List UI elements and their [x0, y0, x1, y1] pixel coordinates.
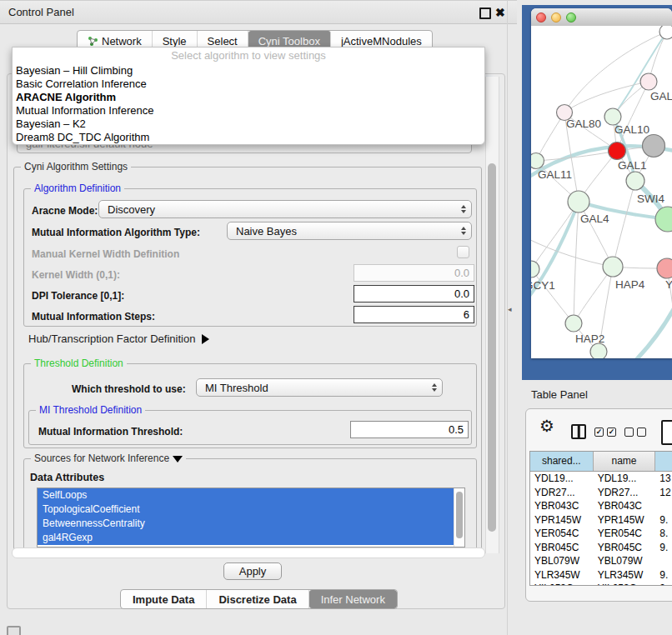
- window-zoom-button[interactable]: [566, 12, 576, 22]
- table-row[interactable]: YER054CYER054C8.: [530, 527, 672, 541]
- table-cell: YDR27...: [594, 486, 656, 500]
- table-cell: YIL053C: [530, 582, 594, 586]
- kernel-width-label: Kernel Width (0,1):: [32, 269, 120, 281]
- table-row[interactable]: YLR345WYLR345W9.: [530, 568, 672, 582]
- network-canvas[interactable]: GAL7GAL80GAL10GAL1GAL11SWI4GAL4GCY1HAP4Y…: [531, 26, 672, 358]
- network-node-gal11[interactable]: [531, 153, 544, 169]
- node-table: shared...name YDL19...YDL19...13YDR27...…: [529, 451, 672, 586]
- algorithm-option[interactable]: ARACNE Algorithm: [16, 91, 481, 104]
- network-node-gcy1[interactable]: [531, 261, 539, 278]
- table-row[interactable]: YPR145WYPR145W9.: [530, 513, 672, 528]
- sources-group-title[interactable]: Sources for Network Inference: [31, 452, 186, 464]
- stepper-arrows-icon: [461, 222, 466, 239]
- list-scrollbar-thumb[interactable]: [456, 492, 463, 538]
- algorithm-option[interactable]: Dream8 DC_TDC Algorithm: [16, 131, 481, 144]
- network-node[interactable]: [659, 26, 672, 39]
- data-attribute-item[interactable]: gal4RGexp: [38, 531, 464, 545]
- checkbox-checked-icon[interactable]: ✓: [594, 428, 604, 437]
- kernel-width-input[interactable]: 0.0: [354, 264, 474, 282]
- column-header[interactable]: [655, 452, 672, 471]
- list-scrollbar[interactable]: [454, 488, 464, 547]
- network-node-gal4[interactable]: [568, 191, 589, 212]
- network-node[interactable]: [643, 135, 665, 158]
- checkbox-unchecked-icon[interactable]: [624, 428, 634, 437]
- network-graph[interactable]: GAL7GAL80GAL10GAL1GAL11SWI4GAL4GCY1HAP4Y…: [531, 26, 672, 358]
- panel-splitter[interactable]: ◂: [507, 0, 523, 635]
- tab-impute-data[interactable]: Impute Data: [121, 590, 207, 608]
- network-node-hap2[interactable]: [565, 315, 582, 332]
- network-node[interactable]: [655, 207, 672, 232]
- table-row[interactable]: YBR043CYBR043C: [530, 499, 672, 513]
- minimized-panel-icon[interactable]: [7, 626, 21, 635]
- settings-horizontal-scrollbar[interactable]: [12, 548, 485, 558]
- cyni-settings-title: Cyni Algorithm Settings: [21, 161, 131, 172]
- network-node[interactable]: [590, 343, 607, 358]
- network-node-gal7[interactable]: [640, 73, 657, 90]
- network-window[interactable]: GAL7GAL80GAL10GAL1GAL11SWI4GAL4GCY1HAP4Y…: [531, 8, 672, 358]
- column-header[interactable]: shared...: [530, 452, 594, 471]
- table-cell: 9: [655, 582, 672, 586]
- network-node-y[interactable]: [657, 258, 672, 278]
- tab-discretize-data[interactable]: Discretize Data: [207, 590, 308, 608]
- node-label: GAL11: [538, 168, 572, 181]
- table-row[interactable]: YDR27...YDR27...12: [530, 486, 672, 500]
- window-close-button[interactable]: [536, 12, 546, 22]
- data-attribute-item[interactable]: SelfLoops: [38, 488, 464, 502]
- window-minimize-button[interactable]: [551, 12, 561, 22]
- mi-type-value: Naive Bayes: [236, 225, 297, 238]
- close-panel-icon[interactable]: ✖: [495, 3, 505, 22]
- table-cell: [655, 499, 672, 513]
- network-node-gal10[interactable]: [604, 108, 621, 125]
- network-window-titlebar[interactable]: [531, 8, 672, 27]
- algorithm-option[interactable]: Basic Correlation Inference: [16, 78, 481, 91]
- data-attributes-list[interactable]: SelfLoopsTopologicalCoefficientBetweenne…: [37, 488, 465, 548]
- table-cell: 8.: [655, 527, 672, 541]
- table-cell: 12: [655, 486, 672, 500]
- which-threshold-select[interactable]: MI Threshold: [196, 378, 443, 397]
- algorithm-option[interactable]: Mutual Information Inference: [16, 104, 481, 118]
- node-label: GAL7: [650, 90, 672, 102]
- control-panel-titlebar: Control Panel ✖: [0, 0, 517, 24]
- columns-icon[interactable]: [571, 424, 586, 439]
- node-label: GAL80: [566, 118, 601, 130]
- table-row[interactable]: YDL19...YDL19...13: [530, 472, 672, 486]
- network-view-frame[interactable]: GAL7GAL80GAL10GAL1GAL11SWI4GAL4GCY1HAP4Y…: [522, 5, 672, 380]
- network-node-gal1[interactable]: [609, 142, 626, 160]
- algorithm-option[interactable]: Bayesian – Hill Climbing: [16, 64, 481, 78]
- table-row[interactable]: YBL079WYBL079W: [530, 554, 672, 568]
- settings-vertical-scrollbar[interactable]: [485, 77, 499, 553]
- table-cell: YLR345W: [530, 568, 594, 582]
- tab-label: Network: [102, 35, 142, 48]
- scrollbar-thumb[interactable]: [488, 163, 496, 532]
- algorithm-option[interactable]: Bayesian – K2: [16, 118, 481, 131]
- network-node-hap4[interactable]: [603, 257, 623, 277]
- tab-infer-network[interactable]: Infer Network: [309, 590, 397, 608]
- mi-threshold-input[interactable]: 0.5: [350, 421, 469, 438]
- document-icon[interactable]: [661, 420, 672, 445]
- float-panel-icon[interactable]: [479, 8, 491, 19]
- apply-button[interactable]: Apply: [223, 562, 282, 580]
- mi-type-label: Mutual Information Algorithm Type:: [32, 227, 200, 238]
- manual-kernel-checkbox[interactable]: [457, 246, 469, 258]
- aracne-mode-select[interactable]: Discovery: [98, 200, 472, 218]
- dpi-tolerance-input[interactable]: 0.0: [354, 285, 474, 302]
- table-row[interactable]: YIL053CYIL053C9: [530, 582, 672, 586]
- hub-definition-expander[interactable]: Hub/Transcription Factor Definition: [28, 332, 209, 345]
- network-node-swi4[interactable]: [626, 172, 644, 190]
- table-row[interactable]: YBR045CYBR045C9.: [530, 541, 672, 555]
- table-cell: YDR27...: [530, 486, 594, 500]
- gear-icon[interactable]: ⚙: [539, 416, 554, 436]
- node-label: HAP4: [615, 278, 645, 291]
- data-attribute-item[interactable]: TopologicalCoefficient: [38, 502, 464, 517]
- column-header[interactable]: name: [594, 452, 656, 471]
- checkbox-unchecked-icon[interactable]: [637, 428, 646, 437]
- data-attributes-label: Data Attributes: [30, 472, 104, 483]
- sources-title-text: Sources for Network Inference: [34, 452, 169, 464]
- node-label: GAL10: [614, 123, 649, 136]
- data-attribute-item[interactable]: BetweennessCentrality: [38, 517, 464, 531]
- mi-type-select[interactable]: Naive Bayes: [227, 222, 472, 240]
- checkbox-checked-icon[interactable]: ✓: [607, 428, 616, 437]
- app-root: Control Panel ✖ NetworkStyleSelectCyni T…: [0, 0, 672, 635]
- table-cell: 9.: [655, 568, 672, 582]
- mi-steps-input[interactable]: 6: [354, 306, 474, 323]
